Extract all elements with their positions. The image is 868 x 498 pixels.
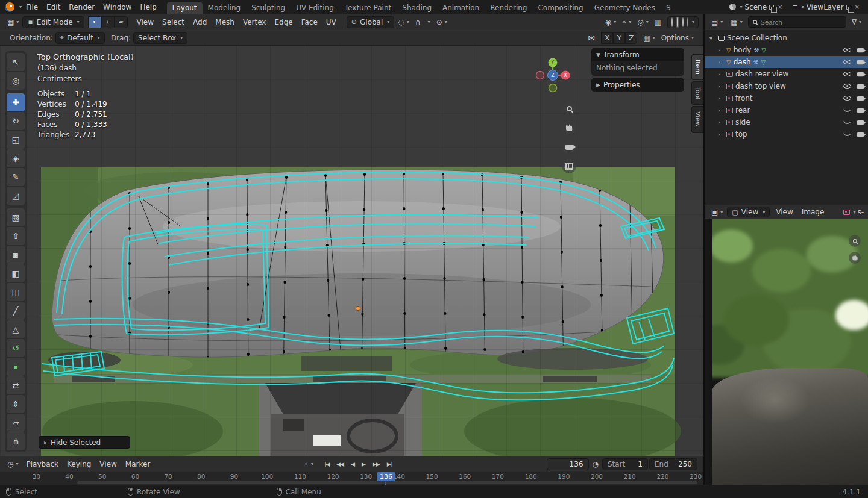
body[interactable]: › ▽ body ⚒ ▽ xyxy=(705,44,868,56)
cursor-tool[interactable]: ◎ xyxy=(7,72,25,90)
sidebar-tab[interactable]: Tool xyxy=(691,81,703,105)
frame-start-field[interactable]: Start 1 xyxy=(602,458,648,470)
disable-in-renders-toggle[interactable] xyxy=(857,84,864,89)
hide-in-viewport-toggle[interactable] xyxy=(843,108,851,112)
disable-in-renders-toggle[interactable] xyxy=(857,48,864,52)
add-cube-tool[interactable]: ▧ xyxy=(7,208,25,226)
top[interactable]: › ▽ top ⚒ ▽ xyxy=(705,128,868,140)
transform-panel-header[interactable]: ▼ Transform xyxy=(591,48,684,61)
shrink-fatten-tool[interactable]: ⇕ xyxy=(7,395,25,413)
menu-item[interactable]: View xyxy=(772,207,797,217)
scene-collection-row[interactable]: ▾ Scene Collection xyxy=(705,32,868,44)
hide-in-viewport-toggle[interactable] xyxy=(843,96,851,101)
image-editor-preview[interactable] xyxy=(705,219,868,485)
disclosure-icon[interactable]: › xyxy=(718,107,724,114)
menu-item[interactable]: Add xyxy=(189,17,211,28)
show-gizmo-dropdown[interactable]: ⌖▾ xyxy=(620,17,634,28)
outliner-display-mode-button[interactable]: ▦▾ xyxy=(728,17,744,28)
remove-viewlayer-icon[interactable]: × xyxy=(854,4,861,10)
transform-orientation-dropdown[interactable]: ⊕ Global ▾ xyxy=(347,16,395,28)
disable-in-renders-toggle[interactable] xyxy=(857,72,864,76)
use-preview-range-button[interactable]: ◔ xyxy=(590,459,601,470)
workspace-tab[interactable]: UV Editing xyxy=(291,2,339,14)
workspace-tab[interactable]: Layout xyxy=(167,2,203,14)
menu-item[interactable]: View xyxy=(95,459,121,470)
scale-tool[interactable]: ◱ xyxy=(7,131,25,149)
new-viewlayer-icon[interactable] xyxy=(846,5,851,10)
workspace-tab[interactable]: Texture Paint xyxy=(339,2,397,14)
proportional-editing-button[interactable]: ⊙▾ xyxy=(434,17,450,28)
show-visibility-dropdown[interactable]: ◉▾ xyxy=(603,17,619,28)
current-frame-indicator[interactable]: 136 xyxy=(377,472,395,481)
hide-in-viewport-toggle[interactable] xyxy=(843,72,851,76)
scene-selector[interactable]: ▾ Scene × xyxy=(729,3,784,11)
knife-tool[interactable]: ╱ xyxy=(7,302,25,320)
hide-in-viewport-toggle[interactable] xyxy=(843,60,851,64)
rear[interactable]: › ▽ rear ⚒ ▽ xyxy=(705,104,868,116)
new-scene-icon[interactable] xyxy=(769,5,774,10)
outliner-search[interactable] xyxy=(748,16,846,28)
frame-end-field[interactable]: End 250 xyxy=(649,458,697,470)
snap-settings-dropdown[interactable]: ▾ xyxy=(424,18,433,26)
blender-logo-icon[interactable] xyxy=(5,2,14,12)
shear-tool[interactable]: ▱ xyxy=(7,414,25,432)
properties-panel-header[interactable]: ▶ Properties xyxy=(591,78,684,92)
disclosure-icon[interactable]: › xyxy=(718,131,724,138)
jump-to-start[interactable]: |◀ xyxy=(322,459,332,469)
smooth-tool[interactable]: ● xyxy=(7,358,25,376)
next-keyframe[interactable]: ▶▶ xyxy=(370,459,383,469)
menu-item[interactable]: Help xyxy=(136,2,160,13)
outliner-editor-type-button[interactable]: ▤▾ xyxy=(709,17,725,28)
dash[interactable]: › ▽ dash ⚒ ▽ xyxy=(705,56,868,68)
previous-keyframe[interactable]: ◀◀ xyxy=(333,459,347,469)
bevel-tool[interactable]: ◧ xyxy=(7,264,25,282)
image-mode-dropdown[interactable]: ▢ View ▾ xyxy=(727,207,770,217)
menu-item[interactable]: Edge xyxy=(270,17,297,28)
show-overlays-dropdown[interactable]: ◎▾ xyxy=(635,17,651,28)
disclosure-icon[interactable]: › xyxy=(718,83,724,90)
viewlayer-selector[interactable]: ≡ ▾ ViewLayer × xyxy=(792,3,861,11)
poly-build-tool[interactable]: △ xyxy=(7,320,25,338)
extrude-region-tool[interactable]: ⇧ xyxy=(7,227,25,245)
mirror-axis-button[interactable]: X xyxy=(601,32,613,44)
menu-item[interactable]: Window xyxy=(99,2,136,13)
wireframe-shading-button[interactable] xyxy=(671,18,673,26)
front[interactable]: › ▽ front ⚒ ▽ xyxy=(705,92,868,104)
menu-item[interactable]: Vertex xyxy=(239,17,271,28)
workspace-tab[interactable]: Geometry Nodes xyxy=(589,2,661,14)
hide-selected-panel[interactable]: ▸ Hide Selected xyxy=(39,436,130,449)
dash rear view[interactable]: › ▽ dash rear view ⚒ ▽ xyxy=(705,68,868,80)
disclosure-icon[interactable]: › xyxy=(718,95,724,102)
menu-item[interactable]: Marker xyxy=(121,459,154,470)
disable-in-renders-toggle[interactable] xyxy=(857,96,864,101)
workspace-tab[interactable]: Animation xyxy=(437,2,485,14)
menu-item[interactable]: File xyxy=(22,2,42,13)
mode-dropdown[interactable]: ▣ Edit Mode ▾ xyxy=(22,16,84,28)
disable-in-renders-toggle[interactable] xyxy=(857,60,864,64)
editor-type-button[interactable]: ▦▾ xyxy=(5,17,21,28)
menu-item[interactable]: Playback xyxy=(22,459,63,470)
toggle-perspective-button[interactable] xyxy=(562,159,576,173)
timeline-scrollbar[interactable] xyxy=(77,481,697,484)
dash top view[interactable]: › ▽ dash top view ⚒ ▽ xyxy=(705,80,868,92)
viewport-canvas[interactable] xyxy=(0,46,703,456)
solid-shading-button[interactable] xyxy=(676,17,679,28)
disclosure-icon[interactable]: › xyxy=(718,59,724,66)
disable-in-renders-toggle[interactable] xyxy=(857,108,864,113)
menu-item[interactable]: Keying xyxy=(63,459,95,470)
hide-in-viewport-toggle[interactable] xyxy=(843,132,851,136)
annotate-tool[interactable]: ✎ xyxy=(7,168,25,186)
workspace-tab[interactable]: Compositing xyxy=(532,2,588,14)
menu-item[interactable]: Edit xyxy=(42,2,64,13)
face-select-mode[interactable]: ▰ xyxy=(115,16,128,28)
timeline-ruler[interactable]: 3040506070809010011012013014015016017018… xyxy=(0,472,703,485)
workspace-tab[interactable]: Sculpting xyxy=(246,2,291,14)
auto-keying-button[interactable]: ◦▾ xyxy=(302,459,316,470)
workspace-tab[interactable]: Modeling xyxy=(203,2,247,14)
search-input[interactable] xyxy=(760,19,842,26)
jump-to-end[interactable]: ▶| xyxy=(384,459,394,469)
workspace-tab[interactable]: Rendering xyxy=(485,2,532,14)
orientation-dropdown[interactable]: ⌖ Default ▾ xyxy=(55,32,105,44)
menu-item[interactable]: View xyxy=(133,17,158,28)
menu-item[interactable]: Face xyxy=(297,17,322,28)
